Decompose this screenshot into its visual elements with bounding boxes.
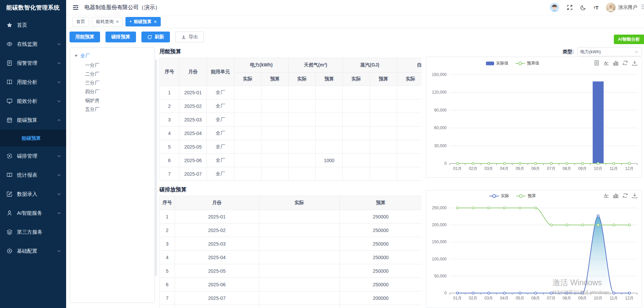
button-label: 用能预算 [75, 34, 94, 40]
sidebar-item-2[interactable]: 报警管理 [0, 54, 66, 73]
col-group-蒸汽(GJ): 蒸汽(GJ) [343, 58, 397, 73]
type-select-value: 电力(kWh) [580, 49, 601, 55]
sidebar-item-7[interactable]: 统计报表 [0, 166, 66, 185]
col-header-实际: 实际 [259, 196, 340, 210]
tab-label: 首页 [76, 19, 85, 25]
tab-能耗查询[interactable]: 能耗查询× [92, 17, 123, 26]
table-cell [343, 140, 370, 154]
col-subheader-预算: 预算 [261, 73, 289, 86]
bar-chart-icon[interactable] [613, 60, 619, 66]
tab-能碳预算[interactable]: ●能碳预算× [125, 17, 161, 26]
sidebar-subitem-能碳预算[interactable]: 能碳预算 [0, 130, 66, 147]
刷新-button[interactable]: 刷新 [141, 32, 170, 42]
tree-node-三分厂[interactable]: 三分厂 [85, 78, 154, 87]
legend-item-预算值[interactable]: 预算值 [515, 60, 539, 66]
tree-node-root[interactable]: 全厂 [74, 52, 154, 60]
chevron-down-icon [57, 61, 61, 65]
download-icon [181, 35, 186, 40]
table-cell: 3 [160, 237, 175, 251]
svg-text:09月: 09月 [578, 296, 587, 301]
data-view-icon[interactable] [594, 60, 600, 66]
table-cell [343, 99, 370, 113]
tree-node-一分厂[interactable]: 一分厂 [85, 61, 154, 70]
user-avatar[interactable] [606, 3, 616, 12]
bar-chart-icon[interactable] [613, 193, 619, 198]
sidebar-item-11[interactable]: 基础配置 [0, 242, 66, 261]
svg-text:02月: 02月 [469, 166, 477, 171]
用能预算-button[interactable]: 用能预算 [70, 32, 100, 42]
carbon-chart[interactable]: 050,000100,000150,000200,000250,00001月02… [426, 190, 642, 308]
table-cell [289, 154, 316, 167]
sidebar-item-0[interactable]: 首页 [0, 16, 66, 35]
legend-swatch [486, 61, 494, 66]
table-cell [259, 278, 340, 291]
svg-text:09月: 09月 [578, 166, 587, 171]
tree-node-五分厂[interactable]: 五分厂 [85, 105, 154, 114]
tree-node-锅炉房[interactable]: 锅炉房 [85, 96, 154, 105]
line-chart-icon[interactable] [603, 193, 609, 198]
scrollbar[interactable] [155, 59, 157, 276]
table-cell: 5 [160, 140, 179, 154]
sidebar-item-1[interactable]: 在线监测 [0, 35, 66, 54]
table-cell [261, 127, 289, 140]
fullscreen-icon[interactable] [567, 4, 573, 11]
refresh-big-icon[interactable] [622, 60, 628, 66]
col-subheader-实际: 实际 [234, 73, 261, 86]
sidebar-item-5[interactable]: 能碳预算 [0, 111, 66, 130]
sidebar-item-10[interactable]: 第三方服务 [0, 223, 66, 242]
table-cell: 7 [160, 167, 179, 181]
user-name[interactable]: 演示用户 [618, 4, 637, 11]
table-cell: 4 [160, 251, 175, 264]
legend-label: 实际值 [496, 60, 508, 66]
font-size-icon[interactable]: TT [593, 5, 599, 11]
line-chart-icon[interactable] [603, 60, 609, 66]
tree-node-四分厂[interactable]: 四分厂 [85, 87, 154, 96]
table-cell [261, 140, 289, 154]
svg-text:07月: 07月 [547, 296, 555, 301]
more-menu-icon[interactable] [641, 3, 644, 12]
导出-button[interactable]: 导出 [175, 32, 204, 42]
type-select[interactable]: 电力(kWh) [577, 47, 642, 56]
dark-mode-icon[interactable] [580, 5, 586, 11]
tab-close-icon[interactable]: × [154, 19, 157, 24]
download-big-icon[interactable] [632, 193, 638, 198]
refresh-big-icon[interactable] [622, 193, 628, 198]
table-cell [289, 113, 316, 127]
svg-text:07月: 07月 [547, 166, 555, 171]
table-cell [343, 113, 370, 127]
sidebar-item-8[interactable]: 数据录入 [0, 185, 66, 204]
sidebar-item-6[interactable]: 碳排管理 [0, 147, 66, 166]
energy-chart[interactable]: 030,00060,00090,000120,000150,00001月02月0… [426, 57, 642, 177]
tab-close-icon[interactable]: × [116, 19, 119, 24]
table-row: 72025-07全厂 [160, 167, 422, 181]
svg-text:50,000: 50,000 [434, 274, 447, 278]
table-cell: 2025-04 [179, 127, 207, 140]
legend-item-实际值[interactable]: 实际值 [486, 60, 508, 66]
sidebar-item-3[interactable]: 用能分析 [0, 73, 66, 92]
table-cell: 2025-04 [175, 251, 259, 264]
sidebar-item-9[interactable]: AI智能服务 [0, 204, 66, 223]
tab-首页[interactable]: 首页 [72, 17, 89, 26]
table-cell [259, 264, 340, 278]
tree-node-二分厂[interactable]: 二分厂 [85, 70, 154, 78]
table-cell: 200000 [340, 291, 422, 305]
sidebar-item-4[interactable]: 能效分析 [0, 92, 66, 111]
ai-analysis-button[interactable]: AI智能分析 [614, 35, 644, 44]
tree-children: 一分厂二分厂三分厂四分厂锅炉房五分厂 [74, 61, 154, 114]
legend-item-实际[interactable]: 实际 [489, 193, 509, 199]
table-cell [259, 305, 340, 308]
svg-text:01月: 01月 [453, 166, 462, 171]
table-cell [370, 86, 397, 99]
svg-text:60,000: 60,000 [434, 126, 447, 130]
assistant-avatar[interactable] [550, 3, 559, 12]
legend-item-预算[interactable]: 预算 [516, 193, 536, 199]
sidebar-collapse-icon[interactable] [72, 4, 79, 11]
col-subheader-预算: 预算 [316, 73, 343, 86]
table-cell [397, 99, 422, 113]
book2-icon [6, 172, 13, 178]
table-cell [316, 167, 343, 181]
碳排预算-button[interactable]: 碳排预算 [105, 32, 136, 42]
download-big-icon[interactable] [632, 60, 638, 66]
table-cell: 全厂 [207, 86, 234, 99]
chevron-down-icon [634, 50, 639, 54]
